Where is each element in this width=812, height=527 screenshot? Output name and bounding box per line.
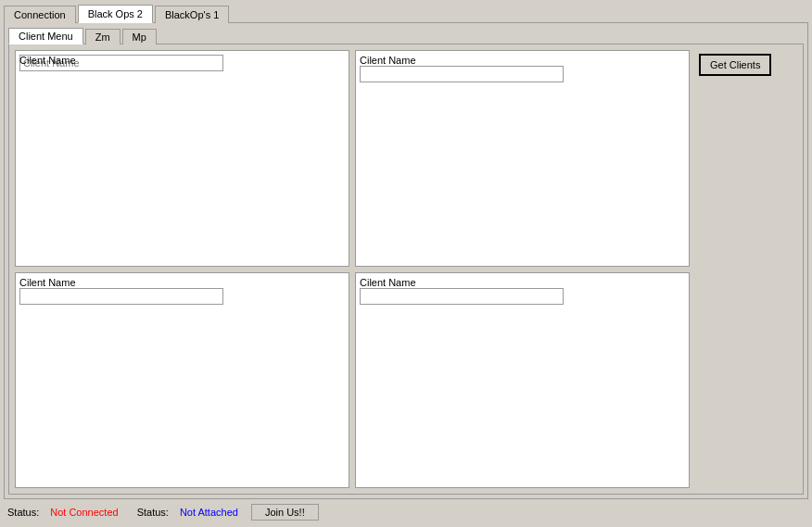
status-bar: Status: Not Connected Status: Not Attach…	[4, 501, 808, 523]
client-name-input-bottom-right[interactable]	[360, 288, 564, 305]
get-clients-button[interactable]: Get Clients	[699, 54, 771, 76]
content-panel: Cilent Name Cilent Name Get Clients Cile…	[8, 44, 804, 495]
tab-zm[interactable]: Zm	[85, 29, 121, 44]
main-panel: Client Menu Zm Mp Cilent Name Cilent Nam…	[4, 22, 808, 499]
status-label-2: Status:	[137, 507, 169, 518]
tab-black-ops-2[interactable]: Black Ops 2	[78, 5, 153, 23]
client-label-bottom-left: Cilent Name	[19, 277, 345, 288]
client-name-input-top-right[interactable]	[360, 66, 564, 82]
right-spacer	[695, 272, 797, 489]
client-label-bottom-right: Cilent Name	[360, 277, 685, 288]
top-tab-bar: Connection Black Ops 2 BlackOp's 1	[4, 4, 808, 22]
join-button[interactable]: Join Us!!	[251, 504, 319, 521]
sub-tab-bar: Client Menu Zm Mp	[8, 27, 804, 44]
tab-mp[interactable]: Mp	[122, 29, 157, 44]
grid-cell-bottom-right: Cilent Name	[355, 272, 690, 489]
grid-cell-top-right: Cilent Name	[355, 50, 690, 267]
client-name-input-top-left[interactable]	[19, 55, 223, 71]
status-value-2: Not Attached	[180, 507, 238, 518]
tab-connection[interactable]: Connection	[4, 6, 76, 23]
status-label-1: Status:	[7, 507, 39, 518]
client-label-top-right: Cilent Name	[360, 55, 685, 66]
tab-blackops1[interactable]: BlackOp's 1	[155, 6, 229, 23]
status-value-1: Not Connected	[50, 507, 118, 518]
client-name-input-bottom-left[interactable]	[19, 288, 223, 305]
app-container: Connection Black Ops 2 BlackOp's 1 Clien…	[0, 0, 812, 527]
grid-cell-top-left: Cilent Name	[15, 50, 349, 267]
right-panel: Get Clients	[695, 50, 797, 267]
grid-cell-bottom-left: Cilent Name	[15, 272, 349, 489]
tab-client-menu[interactable]: Client Menu	[8, 28, 83, 44]
